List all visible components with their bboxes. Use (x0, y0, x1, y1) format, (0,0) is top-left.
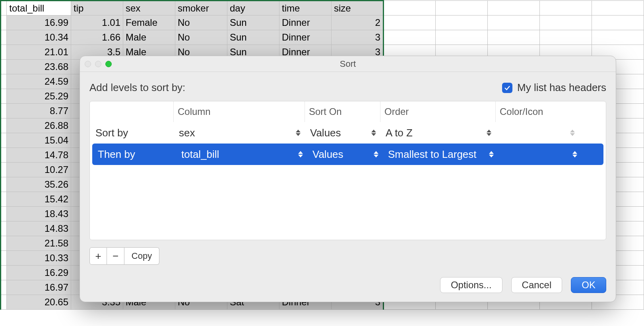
cell[interactable]: Dinner (279, 30, 331, 45)
cell[interactable]: 14.83 (7, 221, 71, 236)
sort-dialog: Sort Add levels to sort by: My list has … (80, 56, 616, 302)
cell[interactable]: 14.78 (7, 148, 71, 163)
cell[interactable]: 16.99 (7, 16, 71, 30)
cell[interactable]: 10.27 (7, 163, 71, 177)
cell[interactable]: 10.33 (7, 251, 71, 266)
cell[interactable]: Female (123, 16, 175, 30)
ok-button[interactable]: OK (571, 277, 606, 293)
col-sorton: Sort On (305, 101, 380, 122)
column-header[interactable]: size (331, 1, 383, 16)
order-select[interactable]: Smallest to Largest (382, 144, 498, 165)
headers-checkbox[interactable]: My list has headers (502, 82, 606, 94)
chevron-updown-icon (489, 150, 495, 159)
col-color: Color/Icon (495, 101, 579, 122)
column-select[interactable]: total_bill (176, 144, 307, 165)
chevron-updown-icon (298, 150, 304, 159)
column-header[interactable]: day (227, 1, 279, 16)
add-level-button[interactable]: + (89, 247, 107, 265)
order-select[interactable]: A to Z (380, 122, 495, 144)
dialog-titlebar: Sort (80, 56, 616, 72)
cell[interactable]: 15.04 (7, 133, 71, 148)
sorton-select[interactable]: Values (305, 122, 380, 144)
column-header[interactable]: sex (123, 1, 175, 16)
cell[interactable]: 8.77 (7, 104, 71, 118)
dialog-title: Sort (340, 59, 356, 69)
column-header[interactable]: time (279, 1, 331, 16)
chevron-updown-icon (570, 128, 576, 137)
cell[interactable]: 2 (331, 16, 383, 30)
window-close-button[interactable] (85, 61, 91, 67)
color-select[interactable] (495, 122, 579, 144)
remove-level-button[interactable]: − (107, 247, 124, 265)
level-actions: + − Copy (89, 247, 606, 265)
level-label: Sort by (90, 122, 173, 144)
check-icon (502, 83, 512, 93)
cell[interactable]: 23.68 (7, 60, 71, 74)
cell[interactable]: 35.26 (7, 177, 71, 192)
chevron-updown-icon (374, 150, 379, 159)
cell[interactable]: 25.29 (7, 89, 71, 104)
cell[interactable]: 26.88 (7, 118, 71, 133)
sorton-select[interactable]: Values (307, 144, 382, 165)
column-header[interactable]: total_bill (7, 1, 71, 16)
headers-checkbox-label: My list has headers (517, 82, 606, 94)
level-label: Then by (92, 144, 176, 165)
cell[interactable]: 20.65 (7, 295, 71, 310)
dialog-prompt: Add levels to sort by: (89, 82, 185, 94)
color-select[interactable] (498, 144, 581, 165)
cell[interactable]: 21.58 (7, 236, 71, 251)
column-header[interactable]: smoker (175, 1, 227, 16)
cell[interactable]: Sun (227, 16, 279, 30)
cell[interactable]: 18.43 (7, 207, 71, 221)
chevron-updown-icon (572, 150, 578, 159)
col-column: Column (173, 101, 305, 122)
chevron-updown-icon (371, 128, 377, 137)
cell[interactable]: Sun (227, 30, 279, 45)
cell[interactable]: 16.97 (7, 280, 71, 295)
sort-levels-panel: Column Sort On Order Color/Icon Sort bys… (89, 101, 606, 240)
cell[interactable]: 1.66 (71, 30, 123, 45)
copy-level-button[interactable]: Copy (124, 247, 159, 265)
sort-levels-header: Column Sort On Order Color/Icon (90, 101, 606, 122)
col-level (90, 101, 173, 122)
cell[interactable]: 15.42 (7, 192, 71, 207)
chevron-updown-icon (487, 128, 492, 137)
cell[interactable]: 1.01 (71, 16, 123, 30)
column-header[interactable]: tip (71, 1, 123, 16)
cell[interactable]: Male (123, 30, 175, 45)
cell[interactable]: Dinner (279, 16, 331, 30)
options-button[interactable]: Options... (440, 277, 502, 293)
cell[interactable]: 21.01 (7, 45, 71, 60)
window-minimize-button[interactable] (95, 61, 101, 67)
cell[interactable]: No (175, 16, 227, 30)
cell[interactable]: 16.29 (7, 266, 71, 280)
cell[interactable]: 24.59 (7, 74, 71, 89)
cancel-button[interactable]: Cancel (511, 277, 563, 293)
chevron-updown-icon (296, 128, 301, 137)
sort-level-row[interactable]: Then bytotal_billValuesSmallest to Large… (92, 144, 603, 165)
sort-level-row[interactable]: Sort bysexValuesA to Z (90, 122, 606, 144)
window-zoom-button[interactable] (105, 61, 112, 67)
column-select[interactable]: sex (173, 122, 305, 144)
cell[interactable]: 10.34 (7, 30, 71, 45)
cell[interactable]: No (175, 30, 227, 45)
cell[interactable]: 3 (331, 30, 383, 45)
col-order: Order (380, 101, 495, 122)
